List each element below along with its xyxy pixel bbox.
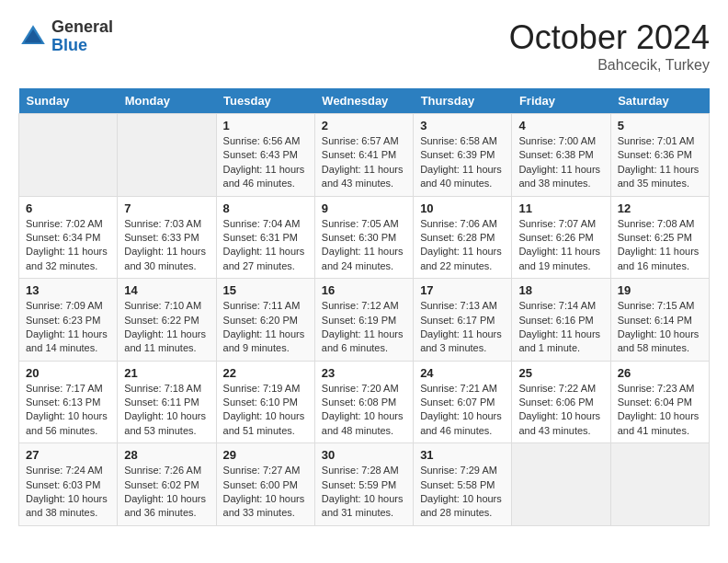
day-number: 11 [518,201,603,215]
day-info: Sunrise: 7:13 AMSunset: 6:17 PMDaylight:… [420,299,505,356]
calendar-cell: 16Sunrise: 7:12 AMSunset: 6:19 PMDayligh… [314,279,413,362]
weekday-header-monday: Monday [118,88,216,114]
weekday-header-friday: Friday [512,88,610,114]
calendar-table: SundayMondayTuesdayWednesdayThursdayFrid… [18,88,710,526]
day-info: Sunrise: 7:01 AMSunset: 6:36 PMDaylight:… [618,134,702,191]
day-info: Sunrise: 7:03 AMSunset: 6:33 PMDaylight:… [124,217,209,274]
day-info: Sunrise: 7:17 AMSunset: 6:13 PMDaylight:… [26,382,110,439]
calendar-cell: 1Sunrise: 6:56 AMSunset: 6:43 PMDaylight… [216,114,314,197]
calendar-cell: 3Sunrise: 6:58 AMSunset: 6:39 PMDaylight… [414,114,512,197]
calendar-cell: 26Sunrise: 7:23 AMSunset: 6:04 PMDayligh… [610,361,709,443]
logo-icon [18,22,48,52]
day-number: 26 [618,366,702,380]
calendar-cell: 24Sunrise: 7:21 AMSunset: 6:07 PMDayligh… [414,361,512,443]
calendar-cell: 28Sunrise: 7:26 AMSunset: 6:02 PMDayligh… [118,443,216,526]
calendar-cell: 14Sunrise: 7:10 AMSunset: 6:22 PMDayligh… [118,279,216,362]
day-info: Sunrise: 7:22 AMSunset: 6:06 PMDaylight:… [518,382,603,439]
day-info: Sunrise: 7:28 AMSunset: 5:59 PMDaylight:… [322,464,406,521]
calendar-week-row: 1Sunrise: 6:56 AMSunset: 6:43 PMDaylight… [19,114,710,197]
day-info: Sunrise: 7:26 AMSunset: 6:02 PMDaylight:… [124,464,209,521]
day-info: Sunrise: 7:27 AMSunset: 6:00 PMDaylight:… [223,464,308,521]
day-info: Sunrise: 7:20 AMSunset: 6:08 PMDaylight:… [322,382,406,439]
day-number: 8 [223,201,308,215]
calendar-cell: 9Sunrise: 7:05 AMSunset: 6:30 PMDaylight… [314,196,413,279]
day-info: Sunrise: 7:11 AMSunset: 6:20 PMDaylight:… [223,299,308,356]
day-number: 13 [26,283,110,297]
day-info: Sunrise: 7:05 AMSunset: 6:30 PMDaylight:… [322,217,406,274]
title-block: October 2024 Bahcecik, Turkey [509,18,710,74]
day-info: Sunrise: 6:57 AMSunset: 6:41 PMDaylight:… [322,134,406,191]
day-info: Sunrise: 7:18 AMSunset: 6:11 PMDaylight:… [124,382,209,439]
calendar-cell: 27Sunrise: 7:24 AMSunset: 6:03 PMDayligh… [19,443,118,526]
month-title: October 2024 [509,18,710,57]
day-number: 28 [124,448,209,462]
day-info: Sunrise: 7:23 AMSunset: 6:04 PMDaylight:… [618,382,702,439]
calendar-cell: 12Sunrise: 7:08 AMSunset: 6:25 PMDayligh… [610,196,709,279]
calendar-cell: 17Sunrise: 7:13 AMSunset: 6:17 PMDayligh… [414,279,512,362]
weekday-header-thursday: Thursday [414,88,512,114]
calendar-cell: 6Sunrise: 7:02 AMSunset: 6:34 PMDaylight… [19,196,118,279]
calendar-cell: 8Sunrise: 7:04 AMSunset: 6:31 PMDaylight… [216,196,314,279]
logo-blue-text: Blue [51,37,113,55]
day-number: 21 [124,366,209,380]
day-number: 15 [223,283,308,297]
day-number: 27 [26,448,110,462]
day-number: 3 [420,119,505,132]
day-number: 24 [420,366,505,380]
day-info: Sunrise: 7:07 AMSunset: 6:26 PMDaylight:… [518,217,603,274]
day-number: 16 [322,283,406,297]
calendar-cell: 11Sunrise: 7:07 AMSunset: 6:26 PMDayligh… [512,196,610,279]
calendar-cell: 5Sunrise: 7:01 AMSunset: 6:36 PMDaylight… [610,114,709,197]
calendar-cell: 20Sunrise: 7:17 AMSunset: 6:13 PMDayligh… [19,361,118,443]
weekday-header-sunday: Sunday [19,88,118,114]
day-number: 30 [322,448,406,462]
day-number: 10 [420,201,505,215]
day-number: 25 [518,366,603,380]
calendar-cell: 19Sunrise: 7:15 AMSunset: 6:14 PMDayligh… [610,279,709,362]
day-number: 23 [322,366,406,380]
calendar-cell: 2Sunrise: 6:57 AMSunset: 6:41 PMDaylight… [314,114,413,197]
day-info: Sunrise: 7:29 AMSunset: 5:58 PMDaylight:… [420,464,505,521]
day-info: Sunrise: 7:10 AMSunset: 6:22 PMDaylight:… [124,299,209,356]
calendar-cell: 31Sunrise: 7:29 AMSunset: 5:58 PMDayligh… [414,443,512,526]
day-number: 20 [26,366,110,380]
calendar-cell [512,443,610,526]
calendar-cell: 23Sunrise: 7:20 AMSunset: 6:08 PMDayligh… [314,361,413,443]
calendar-cell: 10Sunrise: 7:06 AMSunset: 6:28 PMDayligh… [414,196,512,279]
weekday-header-saturday: Saturday [610,88,709,114]
calendar-week-row: 6Sunrise: 7:02 AMSunset: 6:34 PMDaylight… [19,196,710,279]
day-info: Sunrise: 7:24 AMSunset: 6:03 PMDaylight:… [26,464,110,521]
day-info: Sunrise: 7:21 AMSunset: 6:07 PMDaylight:… [420,382,505,439]
day-number: 12 [618,201,702,215]
calendar-week-row: 20Sunrise: 7:17 AMSunset: 6:13 PMDayligh… [19,361,710,443]
weekday-header-row: SundayMondayTuesdayWednesdayThursdayFrid… [19,88,710,114]
day-number: 19 [618,283,702,297]
day-number: 18 [518,283,603,297]
day-info: Sunrise: 6:56 AMSunset: 6:43 PMDaylight:… [223,134,308,191]
logo: General Blue [18,18,113,55]
calendar-cell: 21Sunrise: 7:18 AMSunset: 6:11 PMDayligh… [118,361,216,443]
day-info: Sunrise: 7:04 AMSunset: 6:31 PMDaylight:… [223,217,308,274]
calendar-cell: 22Sunrise: 7:19 AMSunset: 6:10 PMDayligh… [216,361,314,443]
calendar-cell [610,443,709,526]
day-number: 14 [124,283,209,297]
day-number: 5 [618,119,702,132]
weekday-header-tuesday: Tuesday [216,88,314,114]
day-info: Sunrise: 7:08 AMSunset: 6:25 PMDaylight:… [618,217,702,274]
location-subtitle: Bahcecik, Turkey [509,57,710,74]
calendar-cell: 25Sunrise: 7:22 AMSunset: 6:06 PMDayligh… [512,361,610,443]
page-header: General Blue October 2024 Bahcecik, Turk… [18,18,710,74]
day-info: Sunrise: 7:19 AMSunset: 6:10 PMDaylight:… [223,382,308,439]
day-number: 2 [322,119,406,132]
day-info: Sunrise: 7:09 AMSunset: 6:23 PMDaylight:… [26,299,110,356]
day-number: 9 [322,201,406,215]
day-number: 22 [223,366,308,380]
day-number: 29 [223,448,308,462]
calendar-cell [19,114,118,197]
calendar-cell: 29Sunrise: 7:27 AMSunset: 6:00 PMDayligh… [216,443,314,526]
day-info: Sunrise: 7:00 AMSunset: 6:38 PMDaylight:… [518,134,603,191]
calendar-cell: 4Sunrise: 7:00 AMSunset: 6:38 PMDaylight… [512,114,610,197]
day-info: Sunrise: 7:02 AMSunset: 6:34 PMDaylight:… [26,217,110,274]
calendar-cell: 13Sunrise: 7:09 AMSunset: 6:23 PMDayligh… [19,279,118,362]
calendar-cell: 30Sunrise: 7:28 AMSunset: 5:59 PMDayligh… [314,443,413,526]
